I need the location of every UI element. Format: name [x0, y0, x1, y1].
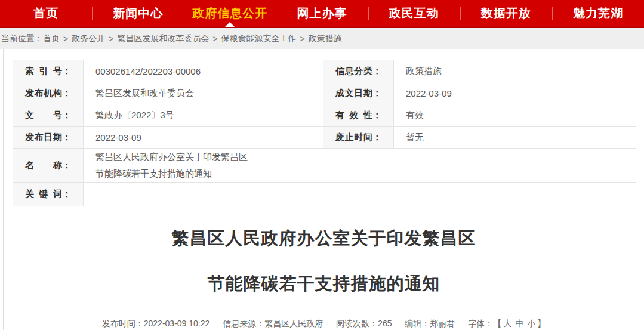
nav-item-home[interactable]: 首页 — [0, 0, 92, 27]
breadcrumb-separator: > — [212, 34, 217, 44]
breadcrumb-label: 当前位置： — [1, 33, 43, 44]
table-row: 发布日期： 2022-03-09 废止时间： 暂无 — [13, 127, 636, 149]
breadcrumb-item-policy-measures: 政策措施 — [309, 33, 342, 44]
nav-item-label: 数据开放 — [481, 5, 531, 21]
nav-item-label: 首页 — [33, 5, 58, 21]
bracket-close: 】 — [537, 319, 546, 328]
nav-divider — [276, 7, 276, 20]
value-issuing-agency: 繁昌区发展和改革委员会 — [84, 82, 323, 104]
value-publish-date: 2022-03-09 — [84, 127, 323, 149]
breadcrumb-separator: > — [63, 34, 68, 44]
value-written-date: 2022-03-09 — [394, 82, 636, 104]
label-info-category: 信息分类： — [323, 60, 394, 82]
label-validity: 有效性： — [323, 104, 394, 127]
value-index-number: 003026142/202203-00006 — [84, 60, 323, 82]
value-document-number: 繁政办〔2022〕3号 — [84, 104, 323, 127]
breadcrumb-item-home[interactable]: 首页 — [43, 33, 60, 44]
content-area: 索引号： 003026142/202203-00006 信息分类： 政策措施 发… — [3, 49, 644, 330]
breadcrumb-item-gov-affairs[interactable]: 政务公开 — [72, 33, 105, 44]
table-row: 关键词： — [13, 183, 636, 206]
nav-item-gov-info-disclosure[interactable]: 政府信息公开 — [184, 0, 276, 27]
breadcrumb-separator: > — [109, 34, 113, 44]
value-keywords — [84, 183, 636, 206]
document-name-line1: 繁昌区人民政府办公室关于印发繁昌区 — [95, 149, 636, 165]
breadcrumb-separator: > — [300, 34, 305, 44]
nav-divider — [460, 7, 461, 20]
nav-divider — [184, 7, 184, 20]
label-abolish-time: 废止时间： — [323, 127, 394, 149]
table-row: 索引号： 003026142/202203-00006 信息分类： 政策措施 — [13, 60, 636, 82]
publish-time: 发布时间：2022-03-09 10:22 — [102, 319, 210, 328]
nav-item-charming-wuhu[interactable]: 魅力芜湖 — [552, 0, 644, 27]
table-row: 文号： 繁政办〔2022〕3号 有效性： 有效 — [13, 104, 636, 127]
label-document-name: 名称： — [13, 149, 84, 183]
nav-divider — [552, 7, 553, 20]
page-title: 繁昌区人民政府办公室关于印发繁昌区 节能降碳若干支持措施的通知 — [4, 228, 644, 294]
page-title-line1: 繁昌区人民政府办公室关于印发繁昌区 — [4, 228, 644, 248]
breadcrumb-item-energy-security-work[interactable]: 保粮食能源安全工作 — [221, 33, 297, 44]
label-written-date: 成文日期： — [323, 82, 394, 104]
value-abolish-time: 暂无 — [394, 127, 636, 149]
value-document-name: 繁昌区人民政府办公室关于印发繁昌区 节能降碳若干支持措施的通知 — [84, 149, 636, 183]
nav-divider — [368, 7, 369, 20]
nav-divider — [92, 7, 93, 20]
nav-item-label: 新闻中心 — [113, 5, 163, 21]
label-document-number: 文号： — [13, 104, 84, 127]
font-size-large-button[interactable]: 大 — [503, 319, 511, 328]
value-validity: 有效 — [394, 104, 636, 127]
label-index-number: 索引号： — [13, 60, 84, 82]
nav-item-public-interaction[interactable]: 政民互动 — [368, 0, 460, 27]
active-tab-pointer-icon — [225, 22, 235, 27]
view-count: 阅读次数：265 — [336, 319, 392, 328]
value-info-category: 政策措施 — [394, 60, 636, 82]
nav-item-open-data[interactable]: 数据开放 — [460, 0, 552, 27]
font-size-small-button[interactable]: 小 — [527, 319, 535, 328]
label-keywords: 关键词： — [13, 183, 84, 206]
article-meta: 发布时间：2022-03-09 10:22 信息来源：繁昌区人民政府 阅读次数：… — [4, 319, 644, 329]
editor: 编辑：郑丽君 — [405, 319, 455, 328]
label-publish-date: 发布日期： — [13, 127, 84, 149]
nav-item-news-center[interactable]: 新闻中心 — [92, 0, 184, 27]
font-size-control: 字体：【大中小】 — [468, 319, 546, 328]
font-size-medium-button[interactable]: 中 — [515, 319, 523, 328]
document-meta-table: 索引号： 003026142/202203-00006 信息分类： 政策措施 发… — [13, 60, 636, 206]
breadcrumb: 当前位置： 首页 > 政务公开 > 繁昌区发展和改革委员会 > 保粮食能源安全工… — [0, 28, 644, 49]
nav-item-label: 政府信息公开 — [192, 5, 267, 21]
document-name-line2: 节能降碳若干支持措施的通知 — [95, 165, 636, 182]
table-row: 名称： 繁昌区人民政府办公室关于印发繁昌区 节能降碳若干支持措施的通知 — [13, 149, 636, 183]
label-issuing-agency: 发布机构： — [13, 82, 84, 104]
font-size-label: 字体： — [468, 319, 493, 328]
nav-item-label: 魅力芜湖 — [573, 5, 623, 21]
info-source: 信息来源：繁昌区人民政府 — [223, 319, 323, 328]
nav-item-label: 政民互动 — [389, 5, 439, 21]
table-row: 发布机构： 繁昌区发展和改革委员会 成文日期： 2022-03-09 — [13, 82, 636, 104]
nav-item-online-services[interactable]: 网上办事 — [276, 0, 368, 27]
top-navigation: 首页 新闻中心 政府信息公开 网上办事 政民互动 数据开放 魅力芜湖 — [0, 0, 644, 28]
page-title-line2: 节能降碳若干支持措施的通知 — [4, 273, 644, 294]
bracket-open: 【 — [493, 319, 501, 328]
breadcrumb-item-development-reform-commission[interactable]: 繁昌区发展和改革委员会 — [117, 33, 209, 44]
nav-item-label: 网上办事 — [297, 5, 347, 21]
